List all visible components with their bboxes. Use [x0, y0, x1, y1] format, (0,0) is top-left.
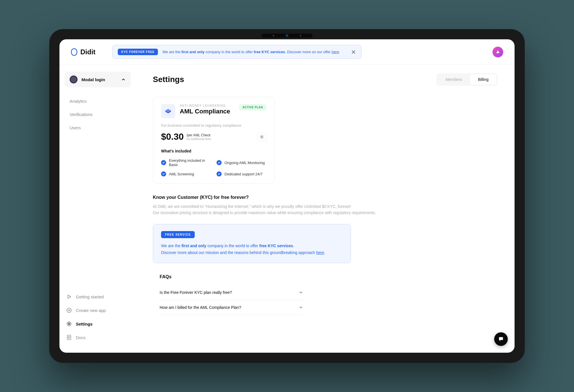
plan-status-badge: ACTIVE PLAN: [239, 104, 266, 111]
plan-description: For business committed to regulatory com…: [161, 123, 266, 128]
play-icon: [66, 294, 72, 300]
avatar-icon: [496, 50, 500, 54]
free-banner-link[interactable]: here: [316, 250, 324, 255]
gear-icon: [66, 321, 72, 327]
nav-item-users[interactable]: Users: [68, 122, 127, 133]
faq-question: Is the Free Forever KYC plan really free…: [160, 290, 232, 295]
check-icon: [217, 160, 222, 165]
plan-card: ANTI-MONEY LAUNDERING AML Compliance ACT…: [153, 97, 275, 184]
plan-features: Everything included in Basic Ongoing AML…: [161, 158, 266, 176]
avatar[interactable]: [492, 47, 503, 57]
screen: Didit KYC FOREVER FREE We are the first …: [59, 39, 515, 353]
kyc-title: Know your Customer (KYC) for free foreve…: [153, 195, 388, 200]
nav-create-app[interactable]: Create new app: [65, 305, 131, 316]
brand-logo[interactable]: Didit: [71, 48, 95, 56]
tablet-notch: [262, 34, 312, 38]
close-icon[interactable]: [351, 49, 356, 55]
sidebar: Modal login Analytics Verifications User…: [59, 65, 136, 353]
svg-point-1: [68, 323, 70, 325]
didit-logo-icon: [71, 48, 78, 56]
plan-icon: [161, 104, 175, 118]
page-header: Settings Members Billing: [153, 73, 498, 86]
brand-name: Didit: [80, 48, 95, 56]
feature-item: Dedicated support 24/7: [217, 171, 266, 176]
plan-price: $0.30: [161, 132, 184, 142]
feature-item: Everything included in Basic: [161, 158, 211, 167]
chevron-up-icon: [121, 77, 126, 82]
chevron-down-icon: [299, 305, 303, 309]
faq-title: FAQs: [160, 274, 303, 279]
nav-item-verifications[interactable]: Verifications: [68, 109, 127, 120]
chevron-down-icon: [299, 290, 303, 294]
nav-settings[interactable]: Settings: [65, 318, 131, 329]
gear-icon: [260, 135, 264, 139]
kyc-paragraph: At Didit, we are committed to "Humanizin…: [153, 203, 388, 216]
nav-item-analytics[interactable]: Analytics: [68, 96, 127, 106]
plan-price-note: no additional fees: [187, 137, 211, 141]
top-banner: KYC FOREVER FREE We are the first and on…: [112, 45, 361, 59]
workspace-name: Modal login: [82, 77, 117, 82]
svg-point-3: [261, 136, 263, 137]
banner-text: We are the first and only company in the…: [162, 50, 340, 54]
plan-settings-button[interactable]: [257, 132, 266, 141]
check-icon: [161, 171, 166, 176]
tablet-frame: Didit KYC FOREVER FREE We are the first …: [49, 29, 525, 363]
help-fab[interactable]: [494, 332, 508, 346]
banner-badge: KYC FOREVER FREE: [118, 49, 158, 55]
nav-docs[interactable]: Docs: [65, 332, 131, 343]
free-service-banner: FREE SERVICE We are the first and only c…: [153, 224, 351, 263]
faq-item[interactable]: How am I billed for the AML Compliance P…: [160, 300, 303, 315]
document-icon: [66, 335, 72, 340]
feature-item: AML Screening: [161, 171, 211, 176]
plan-price-unit: /per AML Check: [187, 133, 211, 137]
included-title: What's included: [161, 149, 266, 153]
plus-circle-icon: [66, 307, 72, 313]
chat-icon: [498, 336, 504, 342]
header: Didit KYC FOREVER FREE We are the first …: [59, 39, 515, 65]
faq-question: How am I billed for the AML Compliance P…: [160, 305, 241, 310]
main-content: Settings Members Billing ANTI-MONEY LAUN…: [136, 65, 515, 353]
page-title: Settings: [153, 75, 184, 84]
banner-link[interactable]: here: [332, 50, 339, 54]
free-banner-text: We are the first and only company in the…: [161, 243, 343, 256]
faq-section: FAQs Is the Free Forever KYC plan really…: [153, 274, 303, 315]
free-badge: FREE SERVICE: [161, 231, 195, 238]
nav-getting-started[interactable]: Getting started: [65, 291, 131, 302]
tab-billing[interactable]: Billing: [470, 74, 496, 85]
check-icon: [161, 160, 166, 165]
tab-group: Members Billing: [436, 73, 498, 86]
nav-list: Analytics Verifications Users: [65, 96, 131, 133]
plan-eyebrow: ANTI-MONEY LAUNDERING: [180, 104, 235, 107]
kyc-section: Know your Customer (KYC) for free foreve…: [153, 195, 388, 216]
sidebar-bottom: Getting started Create new app Settings …: [65, 291, 131, 346]
feature-item: Ongoing AML Monitoring: [217, 158, 266, 167]
check-icon: [217, 171, 222, 176]
faq-item[interactable]: Is the Free Forever KYC plan really free…: [160, 285, 303, 300]
workspace-icon: [70, 76, 78, 83]
workspace-selector[interactable]: Modal login: [65, 72, 131, 87]
tab-members[interactable]: Members: [438, 74, 470, 85]
plan-name: AML Compliance: [180, 108, 235, 115]
